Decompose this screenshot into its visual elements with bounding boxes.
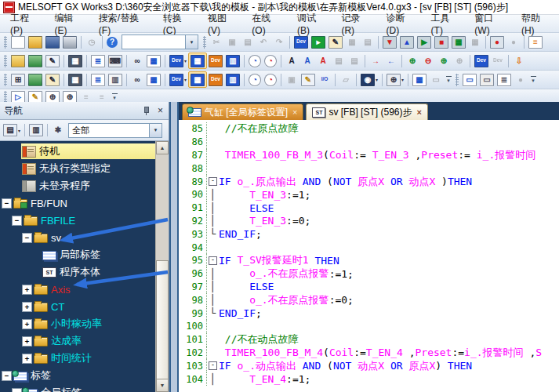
cross-ref-book[interactable]: ▤ <box>331 53 347 68</box>
close-panel-icon[interactable]: × <box>156 106 165 115</box>
cross-ref-book2[interactable]: ▤ <box>347 53 362 68</box>
device-search-zoom[interactable]: ⊕▾ <box>385 72 405 87</box>
list-comment-display[interactable]: ≣ <box>89 72 107 87</box>
zoom-in-monitor[interactable]: ⊕ <box>405 53 420 68</box>
tree-expand-toggle[interactable]: + <box>22 285 32 295</box>
tree-item-Axis[interactable]: +Axis <box>0 281 156 298</box>
save-project[interactable] <box>44 34 61 49</box>
scroll-down-button[interactable]: ▼ <box>156 379 169 392</box>
fb-tree-display[interactable]: ⊞ <box>9 72 27 87</box>
device-value-combobox-dropdown-icon[interactable]: ▼ <box>185 35 198 49</box>
toolbar-grip[interactable] <box>4 74 7 86</box>
device-comment-tool[interactable]: ✎ <box>327 34 344 49</box>
fold-collapse-box[interactable]: - <box>209 256 217 265</box>
menu-item-8[interactable]: 记录(R) <box>334 9 379 38</box>
cross-reference[interactable]: ▦ <box>344 34 360 49</box>
device-display-format-dropdown-icon[interactable]: ▾ <box>184 58 187 64</box>
toolbar-grip[interactable] <box>456 74 459 86</box>
device-replace[interactable]: Dev <box>207 72 224 87</box>
new-project[interactable] <box>9 34 27 49</box>
menu-item-3[interactable]: 搜索/替换(F) <box>92 9 156 38</box>
label-display-a1[interactable]: A <box>284 53 299 68</box>
watch-window-start[interactable]: ● <box>488 34 506 49</box>
tree-item-小时稼动率[interactable]: +小时稼动率 <box>0 315 156 332</box>
tree-item-FB/FUN[interactable]: −FB/FUN <box>0 194 156 212</box>
find-binoculars[interactable]: ∞ <box>129 72 145 87</box>
tree-expand-toggle[interactable]: − <box>22 233 32 243</box>
tree-display-order-dropdown-icon[interactable]: ▾ <box>18 128 20 133</box>
navigation-filter[interactable]: 全部▼ <box>68 123 162 138</box>
monitor-status-gauge-red[interactable]: ◔ <box>263 72 278 87</box>
read-changes[interactable]: ← <box>383 53 399 68</box>
tree-expand-toggle[interactable]: + <box>22 302 32 312</box>
device-display-format-2[interactable]: Dev▾ <box>168 72 188 87</box>
menu-item-4[interactable]: 转换(C) <box>156 9 201 38</box>
write-changes[interactable]: → <box>368 53 383 68</box>
program-scan-time[interactable]: ◔ <box>247 53 263 68</box>
document-tab-inactive[interactable]: 气缸 [全局标签设置]× <box>182 103 303 120</box>
find-in-editor[interactable]: ▦ <box>145 53 162 68</box>
menu-item-11[interactable]: 窗口(W) <box>467 9 514 38</box>
io-assignment[interactable]: I/O <box>317 72 332 87</box>
menu-item-2[interactable]: 编辑(E) <box>47 9 91 38</box>
help[interactable]: ? <box>105 34 119 49</box>
label-editor[interactable]: ✎ <box>299 72 317 87</box>
zoom-disabled[interactable]: ⊕ <box>452 53 467 68</box>
tree-expand-toggle[interactable]: + <box>22 319 32 329</box>
toolbar-grip[interactable] <box>4 55 7 67</box>
tree-item-sv[interactable]: −sv <box>0 229 156 246</box>
toolbar-overflow-chevron[interactable]: ▾ <box>528 74 538 86</box>
stamp-tool[interactable]: ▣ <box>284 72 299 87</box>
monitor-read-mode[interactable]: ▦ <box>467 34 483 49</box>
close-tab-icon[interactable]: × <box>292 108 297 117</box>
output-window[interactable]: ▭ <box>461 72 478 87</box>
device-batch-replace[interactable]: Dev <box>207 53 224 68</box>
tree-item-达成率[interactable]: +达成率 <box>0 332 156 350</box>
find-replace[interactable]: ∞ <box>129 53 145 68</box>
dev-comment-window2[interactable]: Dev <box>490 53 506 68</box>
watch-window-stop[interactable]: ● <box>506 34 521 49</box>
tree-collapse-all[interactable]: ▥ <box>27 123 45 138</box>
tree-item-FBFILE[interactable]: −FBFILE <box>0 212 156 229</box>
fold-collapse-box[interactable]: - <box>209 177 217 186</box>
project-revision-history[interactable]: ◷ <box>84 34 100 49</box>
toolbar-overflow-chevron[interactable]: ▾ <box>444 74 453 86</box>
navigation-filter-dropdown-icon[interactable]: ▼ <box>149 124 162 137</box>
st-code-editor[interactable]: 85 //不在原点故障8687 TIMER_100_FB_M_3(Coil:= … <box>179 120 559 392</box>
device-comment-edit[interactable]: ✎ <box>44 53 61 68</box>
window-dock[interactable]: ▭ <box>428 72 444 87</box>
panel-splitter[interactable] <box>169 102 179 392</box>
device-display-format-2-dropdown-icon[interactable]: ▾ <box>184 77 187 82</box>
close-tab-icon[interactable]: × <box>416 108 421 117</box>
label-display-a3[interactable]: A <box>315 53 331 68</box>
device-grid-display[interactable]: ▥ <box>224 72 241 87</box>
navigation-settings[interactable]: ✱ <box>50 123 66 138</box>
fold-marker[interactable]: - <box>207 359 219 372</box>
menu-item-9[interactable]: 诊断(D) <box>379 9 424 38</box>
grid-display-setting[interactable]: ▥ <box>107 72 124 87</box>
menu-item-5[interactable]: 视图(V) <box>201 9 245 38</box>
copy[interactable]: ▣ <box>224 34 240 49</box>
write-to-plc[interactable]: ▼ <box>381 34 398 49</box>
tree-scrollbar[interactable]: ▲ ▼ <box>155 141 169 392</box>
monitor-write-mode[interactable]: ▦ <box>450 34 467 49</box>
snapshot-tool[interactable]: ▱ <box>338 72 354 87</box>
label-display-a2[interactable]: A <box>299 53 315 68</box>
progress-window[interactable]: ▭ <box>478 72 495 87</box>
tree-expand-toggle[interactable]: − <box>12 216 22 226</box>
monitor-status-gauge[interactable]: ◔ <box>247 72 263 87</box>
redo[interactable]: ↷ <box>271 34 287 49</box>
tree-item-时间统计[interactable]: +时间统计 <box>0 350 156 367</box>
zoom-body[interactable]: ⊕ <box>436 53 452 68</box>
tree-item-程序本体[interactable]: 程序本体 <box>0 263 156 281</box>
scroll-up-button[interactable]: ▲ <box>156 141 169 154</box>
intelligent-module[interactable]: ▦ <box>67 53 84 68</box>
tree-item-局部标签[interactable]: 局部标签 <box>0 246 156 263</box>
program-editor-display[interactable]: ≣ <box>89 53 107 68</box>
tree-item-标签[interactable]: −标签 <box>0 367 156 384</box>
module-parameter[interactable] <box>9 53 27 68</box>
program-scan-time-max[interactable]: ◔ <box>263 53 278 68</box>
tree-expand-toggle[interactable]: − <box>12 388 22 392</box>
module-configuration[interactable]: ▦ <box>67 72 84 87</box>
fold-collapse-box[interactable]: - <box>209 361 217 370</box>
